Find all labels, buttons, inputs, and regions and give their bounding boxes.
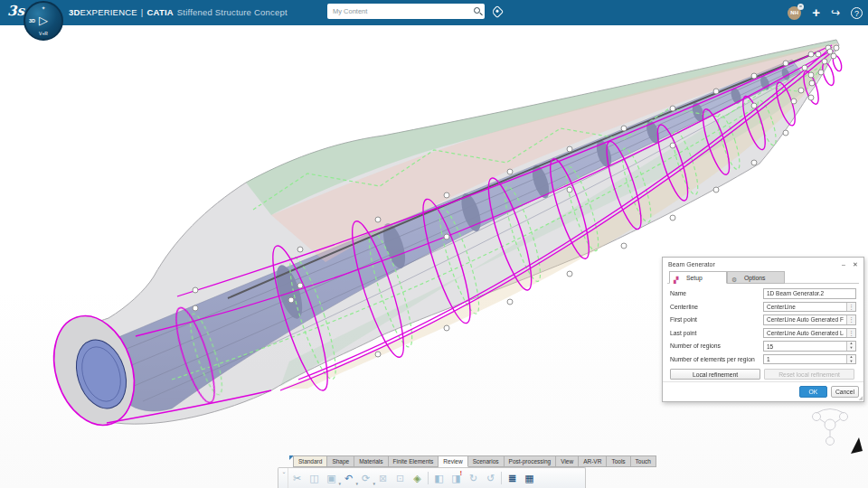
tab-touch[interactable]: Touch [631, 455, 656, 467]
no-update-icon[interactable]: ⊠ [374, 469, 392, 487]
first-point-input[interactable] [764, 315, 846, 324]
tab-shape[interactable]: Shape [327, 455, 354, 467]
dialog-title-bar[interactable]: Beam Generator – ✕ [663, 258, 863, 271]
robot-triad[interactable] [813, 409, 848, 446]
centerline-label: Centerline [670, 304, 698, 310]
no-update-glyph: ⊠ [379, 473, 387, 483]
last-point-input[interactable] [764, 329, 846, 338]
centerline-menu-icon[interactable]: ⋮ [846, 303, 855, 312]
data-table-glyph: ▦ [524, 473, 533, 483]
import-update-icon[interactable]: ⊡ [392, 469, 409, 487]
tab-review[interactable]: Review [439, 455, 467, 467]
name-label: Name [670, 290, 686, 296]
brand-bold: 3D [69, 7, 80, 17]
paste-icon[interactable]: ▣▾ [323, 469, 340, 487]
panel-layout-glyph: ◧ [434, 473, 443, 483]
compass-widget[interactable]: ✦ ▷ 3D V+R [24, 1, 63, 41]
local-refinement-button[interactable]: Local refinement [670, 369, 760, 380]
tab-tools[interactable]: Tools [607, 455, 630, 467]
toolbar-separator [501, 472, 502, 484]
field-row-elements: Number of elements per region ▲▼ [670, 353, 854, 367]
help-icon[interactable]: ? [851, 7, 863, 19]
first-point-label: First point [670, 316, 697, 323]
centerline-input[interactable] [764, 303, 846, 312]
status-badge [797, 4, 804, 10]
copy-glyph: ◫ [309, 473, 318, 483]
search-input[interactable] [333, 5, 464, 17]
dialog-footer: OK Cancel ◢ [663, 381, 863, 401]
close-icon[interactable]: ✕ [850, 258, 861, 271]
undo-icon[interactable]: ↶▾ [340, 469, 357, 487]
elements-input[interactable] [764, 355, 846, 364]
cut-glyph: ✂ [293, 473, 301, 483]
name-input[interactable] [764, 289, 855, 298]
tab-standard[interactable]: Standard [293, 455, 327, 467]
3d-viewport[interactable] [0, 0, 868, 488]
title-divider: | [141, 7, 144, 17]
tab-setup-label: Setup [686, 275, 703, 281]
gear-icon: ⚙ [731, 274, 737, 286]
app-name: CATIA [146, 7, 173, 17]
compass-3d-label[interactable]: 3D [29, 18, 35, 23]
avatar[interactable]: NH [788, 6, 801, 20]
reset-local-refinement-button: Reset local refinement [764, 369, 854, 380]
share-icon[interactable]: ↪ [831, 6, 840, 19]
minimize-icon[interactable]: – [838, 258, 849, 271]
tab-options[interactable]: ⚙Options [727, 271, 785, 284]
top-bar: 3s ✦ ▷ 3D V+R 3DEXPERIENCE|CATIAStiffene… [0, 0, 868, 25]
panel-layout-icon[interactable]: ◧ [430, 469, 448, 487]
resize-grip[interactable]: ◢ [858, 394, 863, 400]
regions-input[interactable] [764, 342, 846, 351]
alert-panel-icon[interactable]: ◨! [448, 469, 465, 487]
regions-spinner[interactable]: ▲▼ [846, 342, 855, 351]
document-title: Stiffened Structure Concept [177, 7, 288, 17]
last-point-menu-icon[interactable]: ⋮ [846, 329, 855, 338]
tab-view[interactable]: View [556, 455, 579, 467]
update-glyph: ⟳ [362, 473, 370, 483]
update-icon[interactable]: ⟳▾ [357, 469, 374, 487]
layer-stack-glyph: ≣ [508, 473, 516, 483]
sync-icon[interactable]: ↺ [482, 469, 499, 487]
toolbar-overflow-chevron-icon[interactable]: ⌄ [280, 468, 288, 488]
tag-icon[interactable] [491, 5, 504, 18]
toolbar-separator [428, 472, 429, 484]
compass-vr-label[interactable]: V+R [25, 31, 61, 36]
tab-scenarios[interactable]: Scenarios [468, 455, 505, 467]
cancel-button[interactable]: Cancel [831, 386, 859, 398]
last-point-label: Last point [670, 330, 696, 336]
tab-options-label: Options [744, 275, 765, 281]
import-update-glyph: ⊡ [396, 473, 404, 483]
field-row-centerline: Centerline ⋮ [670, 301, 854, 314]
tab-materials[interactable]: Materials [354, 455, 388, 467]
field-row-name: Name [670, 287, 854, 301]
manage-views-glyph: ◈ [413, 473, 420, 483]
app-title: 3DEXPERIENCE|CATIAStiffened Structure Co… [69, 7, 288, 17]
copy-icon[interactable]: ◫ [306, 469, 323, 487]
field-row-regions: Number of regions ▲▼ [670, 340, 854, 353]
layer-stack-icon[interactable]: ≣ [504, 469, 521, 487]
tab-ar-vr[interactable]: AR-VR [579, 455, 607, 467]
data-table-icon[interactable]: ▦ [521, 469, 538, 487]
search-icon[interactable] [474, 7, 480, 14]
3ds-logo-icon: 3s [7, 3, 24, 19]
add-content-button[interactable]: + [812, 0, 820, 25]
manage-views-icon[interactable]: ◈ [409, 469, 426, 487]
tab-post-processing[interactable]: Post-processing [505, 455, 557, 467]
dialog-title: Beam Generator [668, 261, 715, 267]
first-point-menu-icon[interactable]: ⋮ [846, 315, 855, 324]
search-box[interactable] [327, 4, 485, 19]
refresh-icon[interactable]: ↻ [465, 469, 482, 487]
action-bar: ⌄ ✂ ◫ ▣▾ ↶▾ ⟳▾ ⊠ ⊡ ◈ ◧ ◨! ↻ ↺ ≣ ▦ [278, 467, 586, 488]
tab-setup[interactable]: ▞Setup [669, 271, 727, 284]
field-row-last-point: Last point ⋮ [670, 327, 854, 341]
beam-generator-dialog: Beam Generator – ✕ ▞Setup ⚙Options Name … [662, 257, 864, 402]
undo-glyph: ↶ [344, 473, 353, 483]
blade-model [0, 0, 868, 488]
dialog-tab-strip: ▞Setup ⚙Options [667, 271, 859, 284]
compass-north-icon[interactable]: ✦ [25, 5, 61, 11]
ok-button[interactable]: OK [799, 386, 827, 398]
tab-finite-elements[interactable]: Finite Elements [389, 455, 439, 467]
elements-spinner[interactable]: ▲▼ [846, 355, 855, 364]
cut-icon[interactable]: ✂ [288, 469, 306, 487]
regions-label: Number of regions [670, 343, 721, 349]
